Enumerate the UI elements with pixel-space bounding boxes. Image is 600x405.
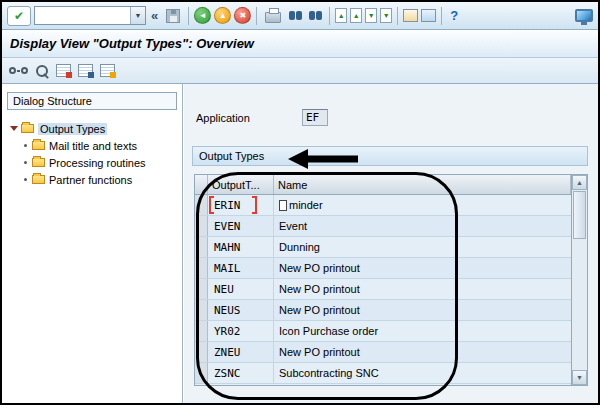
- create-shortcut-icon[interactable]: [421, 9, 436, 22]
- name-cell[interactable]: New PO printout: [274, 342, 571, 362]
- new-session-icon[interactable]: [403, 9, 418, 22]
- tree-node-processing-routines[interactable]: Processing routines: [10, 154, 182, 171]
- toolbar-separator: [188, 7, 189, 25]
- row-select-cell[interactable]: [195, 216, 208, 236]
- tree-node-label[interactable]: Mail title and texts: [49, 140, 137, 152]
- name-cell[interactable]: Subcontracting SNC: [274, 363, 571, 383]
- row-select-cell[interactable]: [195, 342, 208, 362]
- table-row[interactable]: ZNEU New PO printout: [195, 342, 571, 363]
- annotation-red-bracket-left: [209, 196, 214, 214]
- last-page-icon[interactable]: ▼: [380, 8, 392, 23]
- table-new-entries-icon[interactable]: [56, 64, 71, 77]
- application-toolbar: [2, 58, 598, 84]
- output-type-value: ZSNC: [214, 367, 241, 380]
- name-cell[interactable]: Icon Purchase order: [274, 321, 571, 341]
- output-types-table: OutputT... Name ERIN minder: [194, 174, 588, 386]
- command-dropdown-button[interactable]: ▼: [130, 7, 145, 24]
- name-cell[interactable]: New PO printout: [274, 258, 571, 278]
- scrollbar-track[interactable]: [572, 240, 587, 370]
- table-row[interactable]: NEU New PO printout: [195, 279, 571, 300]
- table-row[interactable]: EVEN Event: [195, 216, 571, 237]
- folder-icon: [32, 141, 45, 150]
- name-value: minder: [289, 199, 323, 211]
- row-select-cell[interactable]: [195, 195, 208, 215]
- collapse-toolbar-icon[interactable]: «: [149, 8, 160, 23]
- standard-toolbar: ✔ ▼ « ◄ ▲ ✖ ▲ ▲ ▼ ▼ ?: [2, 2, 598, 30]
- print-icon[interactable]: [265, 12, 281, 23]
- name-cell[interactable]: New PO printout: [274, 279, 571, 299]
- tree-node-label[interactable]: Processing routines: [49, 157, 146, 169]
- table-row[interactable]: YR02 Icon Purchase order: [195, 321, 571, 342]
- exit-button[interactable]: ▲: [214, 7, 231, 24]
- row-select-cell[interactable]: [195, 300, 208, 320]
- table-row[interactable]: MAHN Dunning: [195, 237, 571, 258]
- name-cell[interactable]: Event: [274, 216, 571, 236]
- output-type-cell[interactable]: MAHN: [208, 237, 274, 257]
- select-all-header-cell[interactable]: [195, 175, 208, 194]
- output-type-cell[interactable]: ZSNC: [208, 363, 274, 383]
- row-select-cell[interactable]: [195, 279, 208, 299]
- folder-icon: [21, 124, 34, 133]
- row-select-cell[interactable]: [195, 237, 208, 257]
- output-type-cell[interactable]: MAIL: [208, 258, 274, 278]
- output-type-value: MAIL: [214, 262, 241, 275]
- table-row[interactable]: ERIN minder: [195, 195, 571, 216]
- dialog-structure-tree: Output Types Mail title and texts Proces…: [2, 120, 182, 188]
- output-type-cell[interactable]: ZNEU: [208, 342, 274, 362]
- scrollbar-thumb[interactable]: [573, 191, 586, 239]
- expand-triangle-icon[interactable]: [10, 126, 18, 131]
- tree-node-mail-title-and-texts[interactable]: Mail title and texts: [10, 137, 182, 154]
- table-delete-icon[interactable]: [100, 64, 115, 77]
- display-change-icon[interactable]: [9, 67, 28, 74]
- tree-node-output-types[interactable]: Output Types: [10, 120, 182, 137]
- back-button[interactable]: ◄: [194, 7, 211, 24]
- table-row[interactable]: ZSNC Subcontracting SNC: [195, 363, 571, 384]
- system-monitor-icon[interactable]: [575, 9, 593, 22]
- previous-page-icon[interactable]: ▲: [350, 8, 362, 23]
- output-type-cell[interactable]: NEUS: [208, 300, 274, 320]
- find-icon[interactable]: [287, 11, 304, 20]
- first-page-icon[interactable]: ▲: [335, 8, 347, 23]
- tree-node-label[interactable]: Output Types: [38, 123, 107, 135]
- bridge: [17, 70, 20, 72]
- page-title: Display View "Output Types": Overview: [10, 36, 254, 51]
- column-header-output-type[interactable]: OutputT...: [208, 175, 274, 194]
- save-icon[interactable]: [166, 9, 180, 23]
- name-cell[interactable]: minder: [274, 195, 571, 215]
- magnifier-icon[interactable]: [35, 64, 49, 78]
- output-type-cell[interactable]: YR02: [208, 321, 274, 341]
- scroll-up-button[interactable]: ▲: [572, 175, 587, 190]
- output-type-cell[interactable]: EVEN: [208, 216, 274, 236]
- row-select-cell[interactable]: [195, 321, 208, 341]
- row-select-cell[interactable]: [195, 363, 208, 383]
- output-type-cell[interactable]: ERIN: [208, 195, 274, 215]
- tree-node-label[interactable]: Partner functions: [49, 174, 132, 186]
- cancel-button[interactable]: ✖: [234, 7, 251, 24]
- column-header-name[interactable]: Name: [274, 175, 571, 194]
- output-type-cell[interactable]: NEU: [208, 279, 274, 299]
- table-row[interactable]: MAIL New PO printout: [195, 258, 571, 279]
- arrow-down-icon: ▼: [383, 12, 390, 19]
- lens: [21, 67, 28, 74]
- row-select-cell[interactable]: [195, 258, 208, 278]
- scroll-down-button[interactable]: ▼: [572, 370, 587, 385]
- arrow-up-icon: ▲: [576, 179, 583, 186]
- name-cell[interactable]: Dunning: [274, 237, 571, 257]
- text-cursor-icon: [279, 200, 287, 211]
- command-field[interactable]: ▼: [34, 6, 146, 25]
- table-row[interactable]: NEUS New PO printout: [195, 300, 571, 321]
- enter-button[interactable]: ✔: [7, 6, 31, 26]
- next-page-icon[interactable]: ▼: [365, 8, 377, 23]
- output-type-value: NEU: [214, 283, 234, 296]
- name-cell[interactable]: New PO printout: [274, 300, 571, 320]
- command-input[interactable]: [35, 8, 130, 23]
- application-field[interactable]: EF: [302, 109, 328, 126]
- vertical-scrollbar[interactable]: ▲ ▼: [571, 175, 587, 385]
- help-icon[interactable]: ?: [447, 8, 461, 23]
- table-copy-icon[interactable]: [78, 64, 93, 77]
- tree-node-partner-functions[interactable]: Partner functions: [10, 171, 182, 188]
- output-type-value: YR02: [214, 325, 241, 338]
- arrow-up-icon: ▲: [353, 12, 360, 19]
- toolbar-separator: [329, 7, 330, 25]
- find-next-icon[interactable]: [307, 11, 324, 20]
